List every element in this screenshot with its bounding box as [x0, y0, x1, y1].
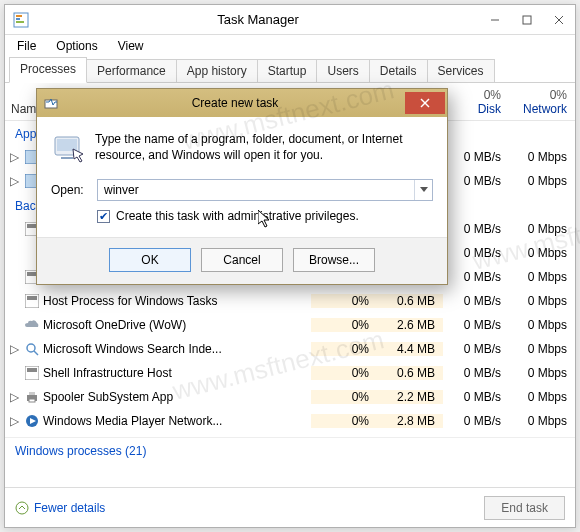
printer-icon: [23, 390, 41, 404]
create-new-task-dialog: Create new task Type the name of a progr…: [36, 88, 448, 285]
tabs: Processes Performance App history Startu…: [5, 57, 575, 83]
mem-value: 4.4 MB: [377, 342, 443, 356]
open-combobox[interactable]: [97, 179, 433, 201]
svg-rect-21: [29, 392, 35, 395]
process-row[interactable]: ▷ Microsoft Windows Search Inde... 0% 4.…: [5, 337, 575, 361]
ok-button[interactable]: OK: [109, 248, 191, 272]
net-value: 0 Mbps: [509, 342, 575, 356]
checkbox-label: Create this task with administrative pri…: [116, 209, 359, 223]
dialog-titlebar: Create new task: [37, 89, 447, 117]
dialog-message: Type the name of a program, folder, docu…: [95, 131, 433, 165]
expand-icon[interactable]: ▷: [5, 390, 23, 404]
fewer-details-button[interactable]: Fewer details: [15, 501, 105, 515]
group-windows-processes[interactable]: Windows processes (21): [5, 437, 575, 462]
chevron-down-icon[interactable]: [414, 180, 432, 200]
net-value: 0 Mbps: [509, 294, 575, 308]
svg-point-16: [27, 344, 35, 352]
footer: Fewer details End task: [5, 487, 575, 527]
disk-value: 0 MB/s: [443, 222, 509, 236]
cpu-value: 0%: [311, 318, 377, 332]
col-disk[interactable]: 0% Disk: [443, 83, 509, 120]
disk-value: 0 MB/s: [443, 414, 509, 428]
tab-app-history[interactable]: App history: [176, 59, 258, 82]
expand-icon[interactable]: ▷: [5, 414, 23, 428]
process-name: Microsoft OneDrive (WoW): [41, 318, 311, 332]
net-value: 0 Mbps: [509, 150, 575, 164]
expand-icon[interactable]: ▷: [5, 342, 23, 356]
svg-rect-31: [61, 157, 73, 159]
col-network[interactable]: 0% Network: [509, 83, 575, 120]
maximize-button[interactable]: [511, 6, 543, 34]
process-name: Host Process for Windows Tasks: [41, 294, 311, 308]
cpu-value: 0%: [311, 342, 377, 356]
process-row[interactable]: ▷ Spooler SubSystem App 0% 2.2 MB 0 MB/s…: [5, 385, 575, 409]
svg-point-25: [16, 502, 28, 514]
tab-processes[interactable]: Processes: [9, 57, 87, 83]
tab-startup[interactable]: Startup: [257, 59, 318, 82]
net-value: 0 Mbps: [509, 222, 575, 236]
disk-value: 0 MB/s: [443, 246, 509, 260]
net-value: 0 Mbps: [509, 414, 575, 428]
mem-value: 2.8 MB: [377, 414, 443, 428]
process-row[interactable]: Shell Infrastructure Host 0% 0.6 MB 0 MB…: [5, 361, 575, 385]
svg-marker-33: [420, 187, 428, 192]
process-name: Shell Infrastructure Host: [41, 366, 311, 380]
svg-rect-1: [16, 18, 20, 20]
process-row[interactable]: Microsoft OneDrive (WoW) 0% 2.6 MB 0 MB/…: [5, 313, 575, 337]
process-row[interactable]: Host Process for Windows Tasks 0% 0.6 MB…: [5, 289, 575, 313]
process-row[interactable]: ▷ Windows Media Player Network... 0% 2.8…: [5, 409, 575, 433]
disk-value: 0 MB/s: [443, 270, 509, 284]
svg-rect-26: [45, 100, 57, 108]
net-value: 0 Mbps: [509, 366, 575, 380]
chevron-up-icon: [15, 501, 29, 515]
onedrive-icon: [23, 319, 41, 331]
menu-view[interactable]: View: [110, 37, 152, 55]
window-title: Task Manager: [37, 12, 479, 27]
run-icon: [51, 131, 85, 165]
browse-button[interactable]: Browse...: [293, 248, 375, 272]
process-name: Microsoft Windows Search Inde...: [41, 342, 311, 356]
net-value: 0 Mbps: [509, 318, 575, 332]
tab-performance[interactable]: Performance: [86, 59, 177, 82]
svg-rect-22: [29, 399, 35, 402]
dialog-close-button[interactable]: [405, 92, 445, 114]
mem-value: 0.6 MB: [377, 294, 443, 308]
tab-services[interactable]: Services: [427, 59, 495, 82]
svg-rect-3: [16, 15, 22, 17]
cpu-value: 0%: [311, 294, 377, 308]
app-icon: [5, 12, 37, 28]
tab-details[interactable]: Details: [369, 59, 428, 82]
menubar: File Options View: [5, 35, 575, 57]
net-value: 0 Mbps: [509, 174, 575, 188]
process-name: Windows Media Player Network...: [41, 414, 311, 428]
svg-rect-19: [27, 368, 37, 372]
net-value: 0 Mbps: [509, 270, 575, 284]
mem-value: 2.2 MB: [377, 390, 443, 404]
disk-value: 0 MB/s: [443, 390, 509, 404]
mem-value: 0.6 MB: [377, 366, 443, 380]
minimize-button[interactable]: [479, 6, 511, 34]
mem-value: 2.6 MB: [377, 318, 443, 332]
end-task-button[interactable]: End task: [484, 496, 565, 520]
titlebar: Task Manager: [5, 5, 575, 35]
disk-value: 0 MB/s: [443, 366, 509, 380]
menu-file[interactable]: File: [9, 37, 44, 55]
cpu-value: 0%: [311, 366, 377, 380]
expand-icon[interactable]: ▷: [5, 174, 23, 188]
cpu-value: 0%: [311, 414, 377, 428]
process-icon: [23, 294, 41, 308]
close-button[interactable]: [543, 6, 575, 34]
tab-users[interactable]: Users: [316, 59, 369, 82]
expand-icon[interactable]: ▷: [5, 150, 23, 164]
svg-rect-5: [523, 16, 531, 24]
open-input[interactable]: [98, 180, 414, 200]
process-icon: [23, 366, 41, 380]
cancel-button[interactable]: Cancel: [201, 248, 283, 272]
net-value: 0 Mbps: [509, 246, 575, 260]
disk-value: 0 MB/s: [443, 174, 509, 188]
search-icon: [23, 342, 41, 356]
dialog-title: Create new task: [65, 96, 405, 110]
menu-options[interactable]: Options: [48, 37, 105, 55]
admin-privileges-checkbox[interactable]: ✔ Create this task with administrative p…: [51, 209, 433, 223]
disk-value: 0 MB/s: [443, 150, 509, 164]
